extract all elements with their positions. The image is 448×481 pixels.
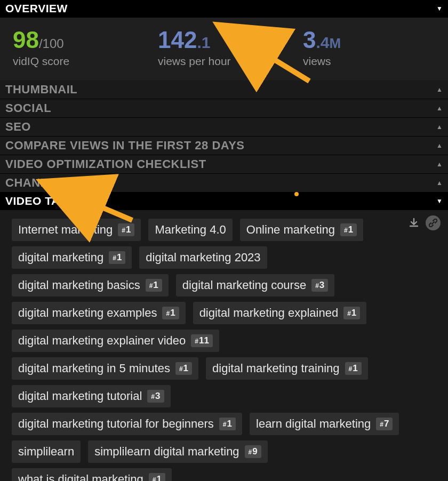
vph-main: 142: [158, 27, 197, 53]
thumbnail-header[interactable]: THUMBNAIL ▲: [0, 81, 448, 99]
tag-rank-badge: #1: [146, 279, 162, 292]
tag-text: Marketing 4.0: [155, 223, 226, 237]
chevron-up-icon: ▲: [436, 86, 443, 93]
tag-text: simplilearn digital marketing: [94, 445, 239, 459]
stat-views: 3.4M views: [303, 28, 435, 68]
tag-chip[interactable]: simplilearn: [12, 440, 81, 463]
tag-rank-badge: #1: [162, 307, 179, 319]
tag-text: digital marketing basics: [18, 278, 140, 292]
tag-chip[interactable]: Internet marketing#1: [12, 219, 141, 241]
svg-point-1: [247, 49, 254, 55]
stat-vidiq-score: 98/100 vidIQ score: [13, 28, 145, 68]
tag-text: simplilearn: [18, 445, 74, 459]
views-sub: .4: [316, 34, 329, 51]
chevron-up-icon: ▲: [436, 123, 443, 131]
tag-text: digital marketing examples: [18, 306, 157, 320]
tag-text: digital marketing explainer video: [18, 334, 186, 348]
tag-rank-badge: #1: [175, 362, 192, 375]
views-main: 3: [303, 27, 316, 53]
tags-list: Internet marketing#1Marketing 4.0Online …: [12, 219, 436, 481]
score-label: vidIQ score: [13, 55, 145, 68]
tag-rank-badge: #9: [245, 445, 261, 458]
views-label: views: [303, 55, 435, 68]
compare-header[interactable]: COMPARE VIEWS IN THE FIRST 28 DAYS ▲: [0, 137, 448, 155]
checklist-title: VIDEO OPTIMIZATION CHECKLIST: [5, 157, 206, 171]
tag-text: learn digital marketing: [256, 417, 371, 431]
tag-text: digital marketing 2023: [146, 251, 260, 264]
tag-text: digital marketing: [18, 251, 103, 264]
tag-rank-badge: #3: [311, 279, 328, 292]
tag-chip[interactable]: Online marketing#1: [240, 219, 363, 241]
tag-text: Online marketing: [246, 223, 335, 237]
tag-chip[interactable]: digital marketing#1: [12, 246, 132, 269]
tag-text: what is digital marketing: [18, 472, 143, 481]
channel-title: CHANNEL: [5, 176, 65, 190]
tag-chip[interactable]: digital marketing in 5 minutes#1: [12, 357, 198, 380]
tag-rank-badge: #1: [149, 473, 165, 481]
checklist-header[interactable]: VIDEO OPTIMIZATION CHECKLIST ▲: [0, 155, 448, 174]
tag-text: Internet marketing: [18, 223, 113, 237]
tag-chip[interactable]: digital marketing 2023: [139, 246, 267, 269]
social-header[interactable]: SOCIAL ▲: [0, 99, 448, 118]
chevron-down-icon: ▼: [436, 5, 443, 12]
social-title: SOCIAL: [5, 101, 51, 115]
seo-header[interactable]: SEO ▲: [0, 118, 448, 137]
tag-rank-badge: #1: [118, 223, 134, 236]
chevron-up-icon: ▲: [436, 142, 443, 149]
tag-chip[interactable]: digital marketing tutorial#3: [12, 385, 171, 407]
overview-header[interactable]: OVERVIEW ▼: [0, 0, 448, 18]
tag-rank-badge: #7: [376, 418, 393, 430]
tag-rank-badge: #1: [109, 251, 125, 264]
tag-chip[interactable]: digital marketing tutorial for beginners…: [12, 413, 242, 435]
link-icon[interactable]: [426, 215, 441, 230]
tag-chip[interactable]: digital marketing training#1: [206, 357, 368, 380]
score-value: 98: [13, 27, 39, 53]
tag-chip[interactable]: digital marketing basics#1: [12, 274, 169, 296]
tag-chip[interactable]: digital marketing course#3: [176, 274, 335, 296]
tag-rank-badge: #1: [345, 362, 362, 375]
overview-title: OVERVIEW: [5, 2, 68, 15]
tag-chip[interactable]: Marketing 4.0: [148, 219, 232, 241]
videotags-title: VIDEO TAGS: [5, 195, 76, 207]
vph-sub: .1: [197, 34, 210, 51]
tag-text: digital marketing tutorial for beginners: [18, 417, 214, 431]
tag-text: digital marketing course: [182, 278, 306, 292]
tag-text: digital marketing in 5 minutes: [18, 362, 170, 375]
gauge-icon: [229, 30, 272, 57]
overview-body: 98/100 vidIQ score 142.1 views per hour …: [0, 18, 448, 81]
videotags-body: Internet marketing#1Marketing 4.0Online …: [0, 210, 448, 481]
tag-chip[interactable]: digital marketing explainer video#11: [12, 330, 219, 352]
tag-rank-badge: #1: [343, 307, 360, 319]
videotags-header[interactable]: VIDEO TAGS ▼: [0, 193, 448, 210]
views-unit: M: [330, 35, 341, 51]
tag-rank-badge: #11: [191, 334, 213, 347]
chevron-up-icon: ▲: [436, 179, 443, 187]
tag-text: digital marketing explained: [199, 306, 339, 320]
tag-chip[interactable]: what is digital marketing#1: [12, 468, 172, 481]
tag-chip[interactable]: learn digital marketing#7: [250, 413, 399, 435]
thumbnail-title: THUMBNAIL: [5, 83, 77, 97]
tag-chip[interactable]: digital marketing examples#1: [12, 302, 186, 324]
seo-title: SEO: [5, 120, 31, 134]
tag-text: digital marketing tutorial: [18, 389, 142, 403]
download-icon[interactable]: [406, 215, 421, 230]
chevron-up-icon: ▲: [436, 105, 443, 112]
tag-chip[interactable]: simplilearn digital marketing#9: [88, 440, 268, 463]
compare-title: COMPARE VIEWS IN THE FIRST 28 DAYS: [5, 139, 245, 153]
channel-header[interactable]: CHANNEL ▲: [0, 174, 448, 193]
tag-rank-badge: #1: [340, 223, 357, 236]
chevron-up-icon: ▲: [436, 161, 443, 168]
tag-text: digital marketing training: [212, 362, 339, 375]
score-outof: /100: [39, 36, 64, 51]
tag-chip[interactable]: digital marketing explained#1: [193, 302, 367, 324]
chevron-down-icon: ▼: [436, 197, 443, 205]
tag-rank-badge: #3: [147, 390, 164, 403]
tag-rank-badge: #1: [219, 418, 236, 430]
